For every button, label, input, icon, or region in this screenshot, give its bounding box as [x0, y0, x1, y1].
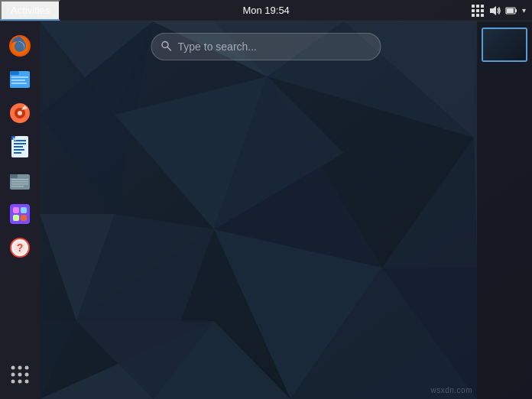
svg-rect-41	[11, 79, 25, 81]
svg-rect-50	[14, 146, 23, 148]
application-dock: W ?	[0, 21, 40, 399]
system-tray: ▾	[472, 5, 532, 17]
battery-icon[interactable]	[505, 5, 517, 17]
svg-point-70	[11, 366, 15, 370]
svg-rect-39	[10, 71, 19, 75]
svg-point-72	[25, 366, 29, 370]
svg-rect-30	[481, 14, 484, 17]
watermark: wsxdn.com	[430, 386, 472, 394]
svg-rect-40	[11, 76, 28, 78]
svg-rect-42	[11, 83, 27, 84]
svg-rect-61	[10, 204, 30, 224]
system-menu-arrow[interactable]: ▾	[522, 6, 526, 15]
svg-rect-58	[11, 181, 28, 183]
dock-item-rhythmbox[interactable]	[5, 98, 35, 128]
svg-text:W: W	[13, 137, 17, 141]
svg-rect-63	[21, 207, 27, 213]
svg-point-45	[18, 111, 22, 115]
svg-rect-49	[14, 143, 26, 144]
workspace-1-thumbnail[interactable]	[482, 28, 527, 62]
dock-item-software[interactable]	[5, 199, 35, 229]
svg-rect-57	[11, 179, 28, 180]
svg-rect-62	[13, 207, 19, 213]
svg-rect-23	[476, 5, 479, 8]
dock-item-file-manager[interactable]	[5, 165, 35, 196]
svg-rect-24	[481, 5, 484, 8]
svg-point-74	[18, 373, 22, 377]
svg-point-76	[11, 380, 15, 384]
svg-rect-60	[11, 186, 24, 187]
svg-point-77	[18, 380, 22, 384]
svg-rect-26	[476, 9, 479, 12]
workspace-switcher	[477, 21, 532, 399]
svg-marker-31	[490, 6, 496, 15]
svg-rect-56	[10, 174, 18, 178]
svg-text:?: ?	[17, 242, 24, 254]
dock-item-help[interactable]: ?	[5, 232, 35, 263]
svg-rect-29	[476, 14, 479, 17]
svg-rect-34	[507, 8, 514, 13]
dock-item-firefox[interactable]	[5, 31, 35, 61]
dock-item-app-grid[interactable]	[5, 359, 35, 390]
svg-rect-27	[481, 9, 484, 12]
svg-rect-51	[14, 149, 24, 151]
search-input[interactable]	[178, 41, 371, 53]
svg-point-71	[18, 366, 22, 370]
svg-point-78	[25, 380, 29, 384]
svg-line-36	[167, 47, 170, 50]
volume-icon[interactable]	[488, 5, 501, 17]
svg-rect-52	[14, 152, 21, 154]
network-icon[interactable]	[472, 5, 484, 17]
search-bar[interactable]	[151, 33, 381, 60]
svg-rect-59	[11, 183, 28, 185]
svg-point-73	[11, 373, 15, 377]
clock-display: Mon 19:54	[242, 5, 289, 16]
svg-rect-22	[472, 5, 475, 8]
dock-item-files[interactable]	[5, 64, 35, 95]
svg-point-75	[25, 373, 29, 377]
top-bar: Activities Mon 19:54	[0, 0, 532, 21]
svg-rect-33	[515, 9, 517, 12]
search-icon	[161, 41, 172, 54]
search-container	[151, 33, 381, 60]
svg-rect-65	[21, 215, 27, 221]
activities-button[interactable]: Activities	[0, 0, 60, 21]
svg-rect-64	[13, 215, 19, 221]
dock-item-libreoffice-writer[interactable]: W	[5, 131, 35, 162]
svg-rect-25	[472, 9, 475, 12]
svg-rect-28	[472, 14, 475, 17]
